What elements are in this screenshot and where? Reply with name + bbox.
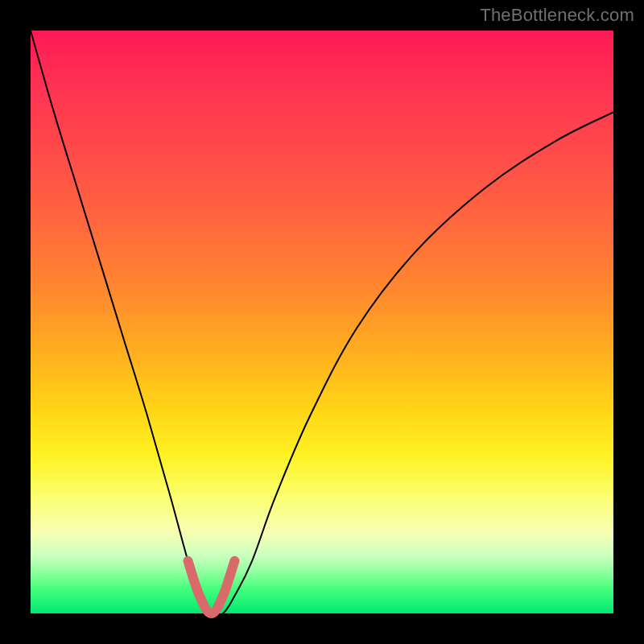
watermark-text: TheBottleneck.com — [480, 5, 634, 26]
main-curve — [31, 31, 613, 616]
chart-frame: TheBottleneck.com — [0, 0, 644, 644]
curve-svg — [31, 31, 613, 613]
plot-area — [31, 31, 613, 613]
highlight-valley — [188, 561, 235, 613]
